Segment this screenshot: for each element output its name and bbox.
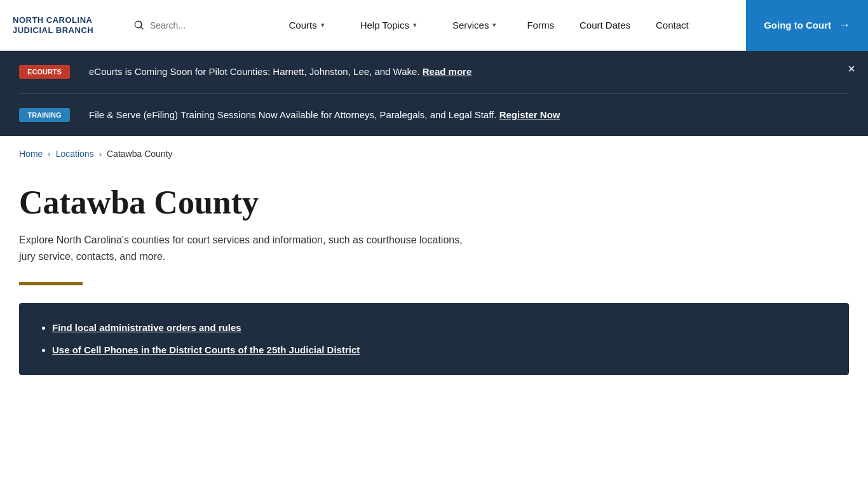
search-area[interactable]: [133, 20, 226, 31]
breadcrumb-locations[interactable]: Locations: [56, 149, 94, 159]
site-header: NORTH CAROLINA JUDICIAL BRANCH Courts ▾ …: [0, 0, 868, 51]
search-icon: [133, 20, 145, 31]
chevron-down-icon: ▾: [321, 21, 325, 29]
page-title: Catawba County: [19, 184, 849, 220]
arrow-right-icon: →: [839, 18, 850, 32]
breadcrumb-separator-1: ›: [48, 149, 50, 159]
training-badge: TRAINING: [19, 108, 70, 122]
going-to-court-label: Going to Court: [764, 20, 831, 30]
logo-line1: NORTH CAROLINA: [13, 15, 127, 25]
nav-item-contact[interactable]: Contact: [643, 0, 702, 51]
ecourts-read-more-link[interactable]: Read more: [423, 66, 472, 77]
main-nav: Courts ▾ Help Topics ▾ Services ▾ Forms …: [226, 0, 746, 51]
nav-item-court-dates[interactable]: Court Dates: [567, 0, 643, 51]
ecourts-text: eCourts is Coming Soon for Pilot Countie…: [89, 65, 471, 79]
search-input[interactable]: [150, 20, 226, 30]
breadcrumb: Home › Locations › Catawba County: [0, 136, 868, 172]
going-to-court-button[interactable]: Going to Court →: [746, 0, 868, 51]
nav-item-services[interactable]: Services ▾: [435, 0, 515, 51]
announcement-bar: × ECOURTS eCourts is Coming Soon for Pil…: [0, 51, 868, 136]
nav-court-dates-label: Court Dates: [580, 20, 630, 30]
announcement-ecourts: ECOURTS eCourts is Coming Soon for Pilot…: [19, 51, 849, 94]
ecourts-badge: ECOURTS: [19, 65, 70, 79]
nav-courts-label: Courts: [288, 20, 316, 30]
links-card: Find local administrative orders and rul…: [19, 303, 849, 375]
nav-forms-label: Forms: [527, 20, 554, 30]
list-item: Find local administrative orders and rul…: [52, 321, 829, 336]
site-logo: NORTH CAROLINA JUDICIAL BRANCH: [13, 15, 127, 35]
gold-divider: [19, 282, 83, 285]
nav-help-label: Help Topics: [360, 20, 409, 30]
close-button[interactable]: ×: [848, 62, 855, 75]
nav-item-help-topics[interactable]: Help Topics ▾: [342, 0, 435, 51]
list-item: Use of Cell Phones in the District Court…: [52, 343, 829, 358]
nav-contact-label: Contact: [656, 20, 689, 30]
breadcrumb-separator-2: ›: [99, 149, 102, 159]
training-text: File & Serve (eFiling) Training Sessions…: [89, 108, 560, 123]
logo-line2: JUDICIAL BRANCH: [13, 25, 127, 36]
main-content: Catawba County Explore North Carolina's …: [0, 172, 868, 394]
announcement-training: TRAINING File & Serve (eFiling) Training…: [19, 94, 849, 137]
chevron-down-icon: ▾: [413, 21, 417, 29]
page-subtitle: Explore North Carolina's counties for co…: [19, 232, 464, 264]
breadcrumb-current: Catawba County: [107, 149, 173, 159]
training-register-link[interactable]: Register Now: [499, 109, 560, 120]
nav-services-label: Services: [452, 20, 489, 30]
chevron-down-icon: ▾: [492, 21, 496, 29]
nav-item-courts[interactable]: Courts ▾: [271, 0, 342, 51]
links-list: Find local administrative orders and rul…: [39, 321, 829, 357]
cell-phones-link[interactable]: Use of Cell Phones in the District Court…: [52, 344, 360, 355]
breadcrumb-home[interactable]: Home: [19, 149, 43, 159]
nav-item-forms[interactable]: Forms: [514, 0, 567, 51]
admin-orders-link[interactable]: Find local administrative orders and rul…: [52, 322, 241, 333]
